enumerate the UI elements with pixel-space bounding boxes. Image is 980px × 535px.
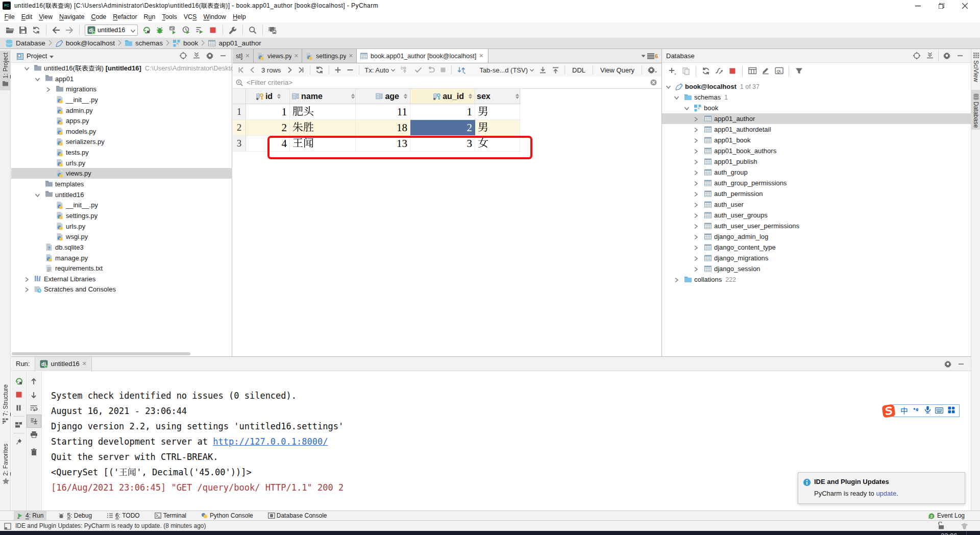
- toolwindow-button-terminal[interactable]: Terminal: [152, 511, 189, 521]
- project-tree-item-migrations[interactable]: migrations: [11, 84, 96, 94]
- stop-red-icon[interactable]: [11, 388, 26, 401]
- db-tree-item-django-migrations[interactable]: django_migrations: [662, 253, 768, 263]
- sort-icon[interactable]: [468, 93, 473, 99]
- chevron-down-tree[interactable]: [666, 84, 671, 89]
- db-tree-item-auth-user-groups[interactable]: auth_user_groups: [662, 210, 768, 221]
- collapse-all-icon[interactable]: [923, 50, 937, 62]
- chevron-down-tree[interactable]: [684, 105, 690, 111]
- project-tree-item--init-py[interactable]: __init__.py: [11, 200, 98, 210]
- grid-cell-sex[interactable]: [475, 120, 520, 135]
- row-count-label[interactable]: 3 rows: [257, 64, 285, 76]
- close-button[interactable]: [956, 0, 973, 11]
- export-format-select[interactable]: Tab-se...d (TSV): [477, 64, 536, 76]
- chevron-right-tree[interactable]: [24, 276, 30, 282]
- db-tree-item-auth-permission[interactable]: auth_permission: [662, 188, 763, 199]
- project-tree-item-db-sqlite3[interactable]: ?db.sqlite3: [11, 242, 84, 253]
- row-number[interactable]: 3: [233, 136, 246, 151]
- db-tree-item-auth-group[interactable]: auth_group: [662, 167, 748, 178]
- ime-mic-icon[interactable]: [924, 406, 931, 416]
- locate-icon[interactable]: [177, 50, 190, 62]
- ime-toolbox-icon[interactable]: [948, 406, 955, 416]
- project-tree-item-requirements-txt[interactable]: requirements.txt: [11, 263, 103, 274]
- project-tree-item-wsgi-py[interactable]: wsgi.py: [11, 231, 88, 242]
- manage-targets-icon[interactable]: [266, 24, 279, 36]
- jump-to-console-icon[interactable]: [713, 65, 726, 77]
- chevron-right-tree[interactable]: [45, 86, 51, 92]
- grid-cell-id[interactable]: 2: [246, 120, 290, 135]
- menu-window[interactable]: Window: [200, 11, 229, 22]
- unlock-icon[interactable]: [937, 522, 945, 530]
- grid-column-header-sex[interactable]: sex: [475, 89, 520, 104]
- project-tree-item-untitled16-untitled16-[interactable]: untitled16() [untitled16]C:\Users\Admini…: [11, 63, 243, 74]
- sort-icon[interactable]: [403, 93, 408, 99]
- close-icon[interactable]: ✕: [245, 53, 250, 59]
- chevron-right-tree[interactable]: [693, 116, 699, 121]
- grid-column-header-id[interactable]: id: [246, 89, 290, 104]
- debug-icon[interactable]: [153, 24, 166, 36]
- grid-settings-icon[interactable]: [645, 64, 660, 76]
- restore-button[interactable]: [933, 0, 950, 11]
- menu-file[interactable]: File: [1, 11, 18, 22]
- row-number[interactable]: 1: [233, 104, 246, 119]
- breadcrumb-item-book[interactable]: book: [173, 39, 198, 47]
- hidden-tabs-button[interactable]: 6: [641, 49, 662, 63]
- open-folder-icon[interactable]: [3, 24, 16, 36]
- project-tree-item-manage-py[interactable]: manage.py: [11, 253, 88, 263]
- pause-output-icon[interactable]: [11, 401, 26, 415]
- console-url-link[interactable]: http://127.0.0.1:8000/: [213, 436, 328, 447]
- locate-icon[interactable]: [910, 50, 923, 62]
- breadcrumb-item-schemas[interactable]: schemas: [125, 39, 163, 47]
- grid-cell-name[interactable]: [290, 104, 356, 119]
- refresh-icon[interactable]: [699, 65, 713, 77]
- open-table-icon[interactable]: [746, 65, 759, 77]
- concurrency-icon[interactable]: [193, 24, 206, 36]
- db-tree-item-app01-publish[interactable]: app01_publish: [662, 156, 757, 167]
- last-page-icon[interactable]: [295, 64, 307, 76]
- collapse-all-icon[interactable]: [190, 50, 203, 62]
- ime-keyboard-icon[interactable]: [935, 406, 943, 416]
- up-stacktrace-icon[interactable]: [27, 375, 41, 388]
- db-tree-item-django-content-type[interactable]: django_content_type: [662, 242, 776, 253]
- stripe-button-database[interactable]: Database: [971, 90, 980, 130]
- chevron-right-tree[interactable]: [693, 159, 699, 164]
- project-tree-item-admin-py[interactable]: admin.py: [11, 105, 93, 116]
- profiler-icon[interactable]: [180, 24, 193, 36]
- sync-icon[interactable]: [30, 24, 43, 36]
- db-tree-item-app01-authordetail[interactable]: app01_authordetail: [662, 124, 771, 135]
- grid-cell-age[interactable]: 18: [356, 120, 410, 135]
- db-tree-item-django-admin-log[interactable]: django_admin_log: [662, 231, 768, 242]
- horizontal-scrollbar[interactable]: [12, 352, 190, 355]
- grid-cell-sex[interactable]: [475, 104, 520, 119]
- chevron-right-tree[interactable]: [693, 137, 699, 143]
- db-tree-item-auth-group-permissions[interactable]: auth_group_permissions: [662, 178, 787, 188]
- previous-page-icon[interactable]: [247, 64, 257, 76]
- commit-icon[interactable]: [412, 64, 425, 76]
- chevron-right-tree[interactable]: [693, 169, 699, 175]
- menu-help[interactable]: Help: [229, 11, 249, 22]
- reload-page-icon[interactable]: [313, 64, 326, 76]
- soft-wrap-icon[interactable]: [27, 401, 41, 415]
- export-data-icon[interactable]: [536, 64, 549, 76]
- db-tree-item-app01-book[interactable]: app01_book: [662, 135, 751, 145]
- chevron-right-tree[interactable]: [693, 212, 699, 218]
- editor-tab-partial[interactable]: st]✕: [233, 49, 254, 63]
- project-tree-item-urls-py[interactable]: urls.py: [11, 221, 85, 232]
- import-data-icon[interactable]: [549, 64, 562, 76]
- close-icon[interactable]: ✕: [82, 360, 87, 367]
- sort-icon[interactable]: [277, 93, 281, 99]
- grid-cell-id[interactable]: 1: [246, 104, 290, 119]
- add-datasource-icon[interactable]: [666, 65, 679, 77]
- duplicate-icon[interactable]: [679, 65, 693, 77]
- chevron-down-tree[interactable]: [24, 65, 30, 71]
- sort-icon[interactable]: [351, 93, 355, 99]
- menu-view[interactable]: View: [36, 11, 56, 22]
- add-row-icon[interactable]: [332, 64, 344, 76]
- toolwindow-button-5-debug[interactable]: 5: Debug: [55, 511, 95, 521]
- toolwindow-button-4-run[interactable]: 4: Run: [14, 511, 46, 521]
- update-notification[interactable]: IDE and Plugin Updates PyCharm is ready …: [798, 472, 965, 504]
- stripe-button-sciview[interactable]: SciView: [971, 51, 980, 82]
- query-console-icon[interactable]: QL: [772, 65, 786, 77]
- wrench-icon[interactable]: [226, 24, 239, 36]
- editor-tab-book-app01-author-book-localhost-[interactable]: book.app01_author [book@localhost]✕: [357, 49, 488, 63]
- project-tree-item-scratches-and-consoles[interactable]: Scratches and Consoles: [11, 284, 116, 295]
